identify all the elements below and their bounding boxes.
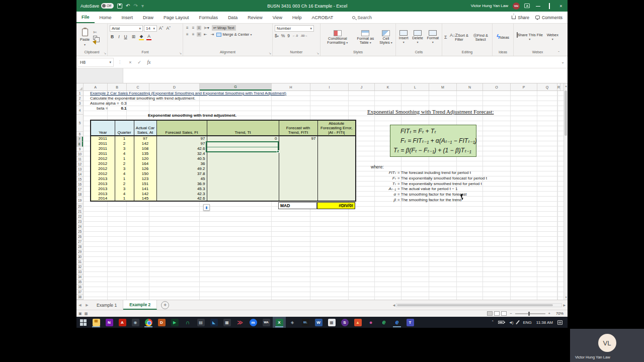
cell-forecast[interactable]: 42.3: [156, 191, 207, 196]
row-header[interactable]: 4: [76, 106, 83, 115]
row-header[interactable]: 19: [76, 197, 83, 204]
cell-trend[interactable]: [207, 171, 279, 176]
close-button[interactable]: ×: [557, 4, 565, 9]
cell-year[interactable]: 2013: [91, 191, 115, 196]
ribbon-tab[interactable]: Help: [287, 12, 307, 23]
horizontal-scroll-thumb[interactable]: [397, 304, 553, 306]
macro-record-icon[interactable]: ▣: [78, 312, 82, 316]
cell-actual[interactable]: 142: [134, 191, 156, 196]
row-header[interactable]: 33: [76, 269, 83, 275]
align-left-icon[interactable]: ≡: [185, 32, 190, 37]
chrome-icon[interactable]: [142, 317, 155, 328]
word-icon[interactable]: W: [312, 317, 325, 328]
autosave-pill[interactable]: Off: [101, 3, 114, 9]
audio-device-icon[interactable]: ◈: [286, 317, 299, 328]
cell-forecast[interactable]: 42.6: [156, 146, 207, 151]
increase-indent-icon[interactable]: ⇥: [210, 32, 215, 37]
col-forecast-sales[interactable]: Forecast Sales, Ft: [156, 120, 207, 136]
row-header[interactable]: 1: [76, 91, 83, 96]
row-header[interactable]: 26: [76, 234, 83, 239]
accessibility-icon[interactable]: ▩: [85, 312, 88, 316]
paste-button[interactable]: Paste▾: [78, 29, 91, 46]
cell-trend[interactable]: [207, 161, 279, 166]
delete-cells-button[interactable]: Delete▾: [412, 30, 423, 44]
ribbon-tab[interactable]: Draw: [138, 12, 158, 23]
cut-icon[interactable]: ✄: [93, 30, 97, 35]
restore-button[interactable]: [546, 4, 553, 9]
pin-icon[interactable]: ●: [364, 317, 377, 328]
scroll-left-icon[interactable]: ◀: [393, 303, 395, 307]
row-header[interactable]: 38: [76, 295, 83, 300]
formula-box[interactable]: FITₜ = Fₜ + TₜFₜ = FITₜ₋₁ + α(Aₜ₋₁ − FIT…: [390, 125, 476, 157]
cell-actual[interactable]: 120: [134, 156, 156, 161]
globe-icon[interactable]: ◉: [129, 317, 142, 328]
row-header[interactable]: 3: [76, 101, 83, 106]
cell-error[interactable]: [317, 156, 356, 161]
cell-forecast[interactable]: 40.5: [156, 156, 207, 161]
cell-forecast[interactable]: 36.9: [156, 181, 207, 186]
row-header[interactable]: 22: [76, 214, 83, 219]
row-header[interactable]: 28: [76, 244, 83, 249]
download-manager-icon[interactable]: D: [155, 317, 168, 328]
row-header[interactable]: 6: [76, 132, 83, 137]
cell-forecast[interactable]: 45: [156, 176, 207, 181]
cell-trend[interactable]: [207, 181, 279, 186]
italic-button[interactable]: I: [117, 34, 120, 40]
cell-fitt[interactable]: [279, 186, 317, 191]
cell-trend[interactable]: 0: [207, 136, 279, 141]
row-header[interactable]: 12: [76, 162, 83, 167]
share-button[interactable]: Share: [512, 15, 529, 20]
cell-fitt[interactable]: [279, 166, 317, 171]
vertical-scroll-thumb[interactable]: [565, 90, 567, 136]
fill-handle[interactable]: [277, 150, 279, 153]
panel-title[interactable]: Exponential Smoothing with Trend Adjustm…: [367, 109, 494, 115]
cell-quarter[interactable]: 1: [115, 156, 134, 161]
shrink-font-icon[interactable]: Aˇ: [166, 25, 172, 32]
formula-bar-grip-icon[interactable]: ⋮: [118, 60, 122, 64]
mad-value-cell[interactable]: #DIV/0!: [317, 202, 355, 209]
zoom-slider-thumb[interactable]: [528, 312, 530, 316]
cell-forecast[interactable]: 32.4: [156, 151, 207, 156]
font-name-select[interactable]: Arial▾: [110, 25, 143, 32]
cell-quarter[interactable]: 2: [115, 141, 134, 146]
cell-error[interactable]: [317, 196, 356, 201]
cell-trend[interactable]: [207, 191, 279, 196]
cell-year[interactable]: 2013: [91, 176, 115, 181]
conditional-formatting-button[interactable]: Conditional Formatting ▾: [323, 30, 353, 45]
sheet-tab-example2[interactable]: Example 2: [123, 300, 157, 310]
column-header[interactable]: A: [84, 83, 108, 90]
sheet-title-cell[interactable]: Example 2 Car Sales Forecasting (Exponen…: [90, 91, 286, 96]
format-cells-button[interactable]: Format▾: [427, 30, 439, 44]
cell-error[interactable]: [317, 176, 356, 181]
search-box[interactable]: Search: [352, 15, 372, 20]
row-header[interactable]: 16: [76, 182, 83, 187]
align-bottom-icon[interactable]: ≡: [197, 26, 201, 30]
vertical-scrollbar[interactable]: ▲ ▼: [564, 83, 568, 300]
battery-icon[interactable]: [498, 321, 504, 324]
ribbon-tab[interactable]: Formulas: [194, 12, 223, 23]
column-header[interactable]: C: [127, 83, 149, 90]
column-header[interactable]: L: [401, 83, 429, 90]
ribbon-tab[interactable]: Data: [223, 12, 243, 23]
col-forecast-with-trend[interactable]: Forecast with Trend, FITt: [279, 120, 317, 136]
zoom-in-icon[interactable]: +: [548, 311, 550, 316]
row-header[interactable]: 14: [76, 172, 83, 177]
cell-actual[interactable]: 141: [134, 186, 156, 191]
start-button[interactable]: [76, 317, 90, 328]
confirm-entry-icon[interactable]: ✓: [135, 60, 144, 65]
cell-fitt[interactable]: [279, 176, 317, 181]
collapse-ribbon-icon[interactable]: ˆ: [558, 50, 559, 55]
speaker-icon[interactable]: ◄): [509, 320, 513, 325]
cell-year[interactable]: 2012: [91, 156, 115, 161]
row-header[interactable]: 18: [76, 192, 83, 197]
cell-forecast[interactable]: 97: [156, 136, 207, 141]
cell-fitt[interactable]: [279, 141, 317, 146]
media-player-icon[interactable]: ▶: [168, 317, 181, 328]
avatar[interactable]: VH: [513, 3, 520, 10]
file-explorer-icon[interactable]: ▀: [90, 317, 103, 328]
cell-styles-button[interactable]: Cell Styles ▾: [378, 30, 393, 45]
cell-actual[interactable]: 151: [134, 181, 156, 186]
comments-button[interactable]: Comments: [535, 15, 562, 20]
align-middle-icon[interactable]: ≡: [191, 26, 196, 30]
cell-error[interactable]: [317, 151, 356, 156]
